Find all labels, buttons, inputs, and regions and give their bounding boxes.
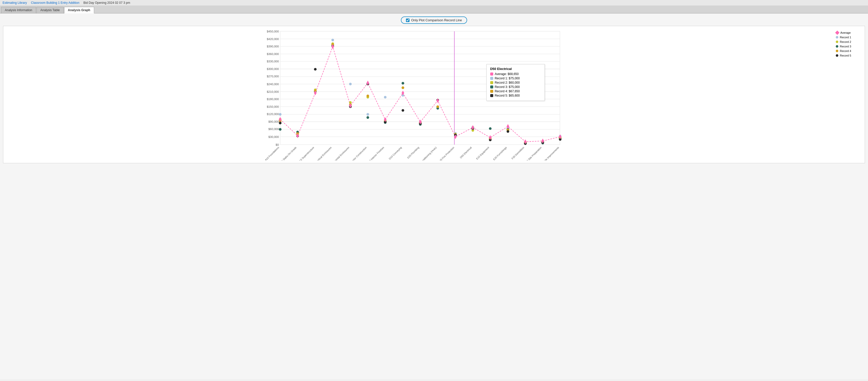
analysis-chart: text.axis-label { font-size: 11px; fill:… (6, 29, 834, 161)
top-bar: Estimating Library Classroom Building 1 … (0, 0, 868, 6)
estimating-library-link[interactable]: Estimating Library (3, 1, 27, 5)
comparison-record-checkbox[interactable] (406, 19, 409, 22)
tooltip-dot-avg (490, 72, 493, 75)
tooltip-row-r4: Record 4: $67,650 (490, 90, 541, 93)
legend-label-record1: Record 1 (840, 36, 851, 39)
svg-text:A10 Foundations: A10 Foundations (265, 146, 280, 161)
comparison-record-oval: Only Plot Comparison Record Line (401, 16, 467, 24)
tab-analysis-table[interactable]: Analysis Table (36, 7, 64, 13)
svg-text:$420,000: $420,000 (267, 37, 279, 41)
tooltip-label-r5: Record 5: $65,600 (495, 94, 520, 97)
chart-area: text.axis-label { font-size: 11px; fill:… (6, 29, 834, 161)
svg-text:F30 Demolition: F30 Demolition (511, 146, 525, 160)
tooltip-dot-r2 (490, 81, 493, 84)
r5-b10 (314, 68, 316, 70)
r5-a10 (279, 122, 281, 124)
legend-label-record3: Record 3 (840, 45, 851, 48)
tooltip-label-r4: Record 4: $67,650 (495, 90, 520, 93)
tab-bar: Analysis Information Analysis Table Anal… (0, 6, 868, 13)
svg-text:D40 Fire Protection: D40 Fire Protection (438, 146, 455, 161)
svg-text:E20 Furnishings: E20 Furnishings (493, 146, 507, 161)
legend-dot-record3 (836, 45, 838, 48)
r3-a10 (279, 128, 281, 131)
svg-text:$270,000: $270,000 (267, 75, 279, 78)
legend-item-record4: Record 4 (836, 49, 861, 53)
tooltip-label-avg: Average: $68,650 (495, 72, 519, 76)
svg-text:G20 Site Improvements: G20 Site Improvements (539, 146, 559, 161)
legend-item-record3: Record 3 (836, 45, 861, 48)
svg-text:E10 Equipment: E10 Equipment (475, 146, 490, 160)
legend-label-record2: Record 2 (840, 40, 851, 43)
svg-text:$120,000: $120,000 (267, 112, 279, 115)
r1-a10 (279, 113, 281, 115)
svg-text:$450,000: $450,000 (267, 30, 279, 33)
tooltip-dot-r1 (490, 77, 493, 80)
svg-text:$360,000: $360,000 (267, 53, 279, 56)
legend-item-record5: Record 5 (836, 54, 861, 57)
svg-text:$180,000: $180,000 (267, 98, 279, 101)
r3-c10 (366, 116, 369, 118)
tooltip-label-r1: Record 1: $75,000 (495, 76, 520, 80)
legend-dot-record1 (836, 36, 838, 38)
svg-text:D50 Electrical: D50 Electrical (459, 146, 472, 159)
tooltip-row-r2: Record 2: $60,000 (490, 81, 541, 84)
r3-d10 (402, 82, 404, 84)
svg-text:$30,000: $30,000 (269, 135, 279, 138)
svg-text:$240,000: $240,000 (267, 83, 279, 86)
r5-e20 (507, 130, 509, 133)
svg-text:$210,000: $210,000 (267, 90, 279, 93)
svg-text:D10 Conveying: D10 Conveying (388, 146, 402, 160)
r3-e10 (489, 127, 492, 130)
svg-text:$90,000: $90,000 (269, 120, 279, 123)
tooltip-dot-r4 (490, 90, 493, 93)
r1-b30 (349, 83, 352, 85)
tooltip-dot-r3 (490, 85, 493, 89)
svg-text:$0: $0 (276, 143, 279, 146)
svg-text:$300,000: $300,000 (267, 67, 279, 70)
checkbox-area: Only Plot Comparison Record Line (3, 16, 865, 24)
legend-item-average: Average (836, 31, 861, 34)
r4-c10 (366, 95, 369, 97)
r5-d10 (402, 109, 404, 111)
svg-text:$390,000: $390,000 (267, 45, 279, 48)
legend-dot-record2 (836, 41, 838, 43)
r1-b20 (331, 39, 334, 41)
tooltip-label-r2: Record 2: $60,000 (495, 81, 520, 84)
chart-wrapper: text.axis-label { font-size: 11px; fill:… (3, 26, 865, 163)
tab-analysis-graph[interactable]: Analysis Graph (64, 7, 94, 13)
tab-analysis-information[interactable]: Analysis Information (1, 7, 36, 13)
tooltip-row-avg: Average: $68,650 (490, 72, 541, 76)
r1-c10 (366, 113, 369, 115)
svg-text:C20 Interior Finishes: C20 Interior Finishes (366, 146, 385, 161)
tooltip-row-r5: Record 5: $65,600 (490, 94, 541, 97)
legend-dot-record4 (836, 50, 838, 52)
tooltip-title: D50 Electrical (490, 67, 541, 71)
legend-item-record2: Record 2 (836, 40, 861, 43)
svg-text:$150,000: $150,000 (267, 105, 279, 108)
r4-d30 (436, 105, 439, 108)
svg-text:A40 Slabs-On-Grade: A40 Slabs-On-Grade (279, 146, 297, 161)
legend-label-average: Average (840, 31, 851, 34)
r1-c20 (384, 96, 386, 98)
svg-text:G10 Site Preparation: G10 Site Preparation (524, 146, 542, 161)
legend-dot-record5 (836, 54, 838, 57)
project-link[interactable]: Classroom Building 1 Entry Addition (31, 1, 80, 5)
r4-d10 (402, 86, 404, 89)
legend-area: Average Record 1 Record 2 Record 3 Recor… (834, 29, 862, 161)
tooltip-row-r3: Record 3: $75,000 (490, 85, 541, 89)
main-content: Only Plot Comparison Record Line text.ax… (0, 13, 868, 379)
legend-dot-average (835, 31, 840, 35)
breadcrumb: Bid Day Opening 2024 02 07 3 pm (84, 1, 130, 5)
svg-text:D20 Plumbing: D20 Plumbing (407, 146, 420, 159)
svg-text:$60,000: $60,000 (269, 128, 279, 131)
legend-label-record4: Record 4 (840, 49, 851, 53)
comparison-record-label: Only Plot Comparison Record Line (411, 18, 462, 22)
tooltip-label-r3: Record 3: $75,000 (495, 85, 520, 89)
legend-label-record5: Record 5 (840, 54, 851, 57)
legend-item-record1: Record 1 (836, 36, 861, 39)
tooltip-row-r1: Record 1: $75,000 (490, 76, 541, 80)
tooltip-box: D50 Electrical Average: $68,650 Record 1… (486, 64, 545, 101)
svg-text:B10 Superstructure: B10 Superstructure (298, 146, 315, 161)
tooltip-dot-r5 (490, 94, 493, 97)
svg-text:$330,000: $330,000 (267, 60, 279, 63)
